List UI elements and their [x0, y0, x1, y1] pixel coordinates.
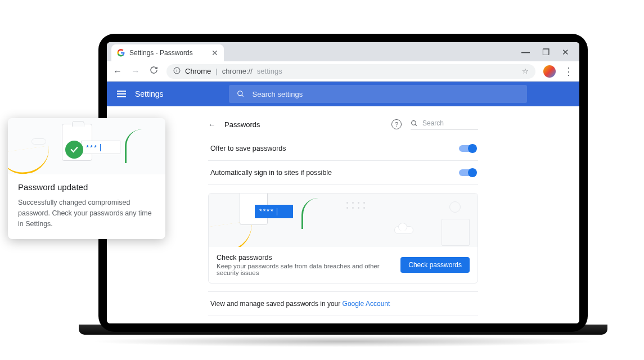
nav-forward-icon[interactable]: →: [130, 66, 141, 76]
saved-passwords-row: Saved passwords ⋮: [208, 316, 478, 323]
address-bar: ← → Chrome | chrome://settings ☆ ⋮: [107, 61, 579, 82]
manage-text: View and manage saved passwords in your: [210, 300, 343, 308]
browser-menu-icon[interactable]: ⋮: [564, 65, 574, 78]
laptop-frame: Settings - Passwords ✕ — ❐ ✕ ← → Chrome …: [98, 34, 588, 332]
screen: Settings - Passwords ✕ — ❐ ✕ ← → Chrome …: [107, 42, 579, 323]
svg-point-3: [237, 91, 242, 96]
check-section: Check passwords Keep your passwords safe…: [209, 247, 478, 283]
popup-illustration: ***: [8, 118, 165, 174]
svg-rect-1: [177, 70, 177, 72]
bookmark-star-icon[interactable]: ☆: [522, 67, 529, 75]
page-back-icon[interactable]: ←: [208, 120, 215, 129]
decoration-rect: [442, 219, 470, 246]
omnibox-divider: |: [215, 67, 217, 75]
nav-reload-icon[interactable]: [148, 66, 159, 76]
omnibox-label: Chrome: [185, 67, 211, 75]
svg-rect-2: [177, 69, 177, 69]
search-icon: [237, 90, 245, 98]
tab-close-icon[interactable]: ✕: [211, 48, 218, 57]
password-updated-popup: ✕ *** Password updated Successfully chan…: [8, 118, 165, 239]
help-icon[interactable]: ?: [391, 119, 402, 129]
page-search-input[interactable]: Search: [411, 119, 478, 129]
omnibox-scheme: chrome://: [222, 67, 253, 75]
page-header: ← Passwords ? Search: [208, 112, 478, 137]
search-settings-input[interactable]: Search settings: [229, 85, 527, 103]
svg-point-5: [412, 120, 416, 125]
search-settings-placeholder: Search settings: [253, 90, 303, 98]
tab-title: Settings - Passwords: [129, 49, 207, 57]
cloud-icon: [31, 138, 46, 145]
window-restore-icon[interactable]: ❐: [542, 48, 550, 56]
popup-description: Successfully changed compromised passwor…: [18, 197, 155, 229]
check-text: Check passwords Keep your passwords safe…: [217, 254, 393, 276]
cloud-icon: [394, 226, 413, 234]
decoration-green-arc: [125, 129, 153, 163]
site-info-icon[interactable]: [173, 67, 181, 76]
settings-app-title: Settings: [135, 89, 164, 98]
check-title: Check passwords: [217, 254, 393, 262]
popup-body: Password updated Successfully changed co…: [8, 174, 165, 229]
content-inner: ← Passwords ? Search Offer to save passw…: [208, 106, 478, 323]
content-area: ← Passwords ? Search Offer to save passw…: [107, 106, 579, 323]
google-account-link[interactable]: Google Account: [343, 300, 390, 308]
google-favicon: [117, 49, 125, 57]
window-controls: — ❐ ✕: [521, 42, 579, 61]
popup-title: Password updated: [18, 182, 155, 192]
check-passwords-card: **** Check passwords Keep your passwords…: [208, 193, 478, 284]
profile-avatar[interactable]: [543, 65, 556, 78]
sun-icon: [449, 201, 461, 213]
omnibox-path: settings: [257, 67, 282, 75]
success-check-icon: [65, 141, 83, 159]
check-illustration: ****: [209, 194, 478, 247]
page-search-placeholder: Search: [422, 119, 444, 127]
laptop-shadow: [90, 336, 596, 347]
hamburger-menu-icon[interactable]: [117, 91, 126, 97]
setting-label: Offer to save passwords: [210, 145, 286, 152]
setting-auto-signin: Automatically sign in to sites if possib…: [208, 161, 478, 185]
password-field-graphic: ***: [81, 141, 120, 154]
check-passwords-button[interactable]: Check passwords: [400, 257, 470, 273]
svg-line-6: [415, 124, 417, 126]
setting-label: Automatically sign in to sites if possib…: [210, 169, 332, 177]
decoration-green-arc: [301, 198, 327, 229]
password-field-graphic: ****: [255, 205, 293, 218]
settings-header: Settings Search settings: [107, 82, 579, 106]
offer-save-toggle[interactable]: [459, 145, 476, 152]
window-minimize-icon[interactable]: —: [521, 48, 530, 56]
svg-line-4: [241, 95, 243, 97]
search-icon: [411, 120, 418, 127]
decoration-dots: [346, 202, 366, 209]
manage-passwords-row: View and manage saved passwords in your …: [208, 291, 478, 316]
nav-back-icon[interactable]: ←: [112, 66, 123, 76]
omnibox[interactable]: Chrome | chrome://settings ☆: [166, 64, 535, 79]
page-title: Passwords: [224, 120, 382, 129]
setting-offer-save: Offer to save passwords: [208, 137, 478, 161]
window-close-icon[interactable]: ✕: [562, 48, 569, 56]
browser-tab[interactable]: Settings - Passwords ✕: [111, 44, 224, 61]
check-subtitle: Keep your passwords safe from data breac…: [217, 263, 393, 276]
decoration-yellow-arc: [8, 146, 52, 174]
tab-bar: Settings - Passwords ✕ — ❐ ✕: [107, 42, 579, 61]
auto-signin-toggle[interactable]: [459, 169, 476, 176]
